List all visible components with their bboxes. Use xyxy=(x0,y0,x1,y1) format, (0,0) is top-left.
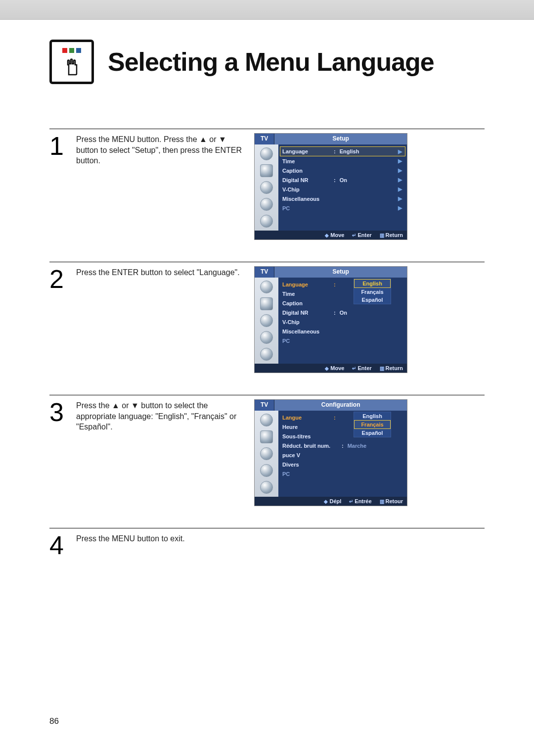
menu-row-pc[interactable]: PC ▶ xyxy=(280,203,405,213)
tv-footer: ◆Dépl ↵Entrée ▥Retour xyxy=(255,497,407,506)
step-text: Press the ENTER button to select "Langua… xyxy=(76,266,244,373)
menu-row-vchip[interactable]: V-Chip ▶ xyxy=(280,185,405,194)
tv-footer: ◆Move ↵Enter ▥Return xyxy=(255,231,407,239)
tv-sidebar xyxy=(255,144,278,231)
menu-row-vchip[interactable]: V-Chip xyxy=(280,317,405,327)
return-icon: ▥ xyxy=(380,499,384,504)
step-number: 2 xyxy=(49,266,66,373)
language-dropdown: English Français Español xyxy=(354,412,391,437)
menu-row-pc[interactable]: PC xyxy=(280,469,405,478)
step-3: 3 Press the ▲ or ▼ button to select the … xyxy=(49,385,485,518)
return-icon: ▥ xyxy=(380,366,384,371)
chevron-right-icon: ▶ xyxy=(398,205,403,211)
menu-row-digital-nr[interactable]: Digital NR : On ▶ xyxy=(280,175,405,185)
enter-icon: ↵ xyxy=(349,499,353,504)
tv-tab: TV xyxy=(255,400,274,411)
tv-tab: TV xyxy=(255,267,274,278)
tv-footer: ◆Move ↵Enter ▥Return xyxy=(255,364,407,373)
lang-option-english[interactable]: English xyxy=(354,412,391,420)
tv-sidebar xyxy=(255,411,278,497)
tv-tab: TV xyxy=(255,134,274,144)
return-icon: ▥ xyxy=(380,233,384,238)
step-number: 4 xyxy=(49,532,66,563)
chevron-right-icon: ▶ xyxy=(398,195,403,202)
updown-icon: ◆ xyxy=(325,233,329,238)
lang-option-espanol[interactable]: Español xyxy=(354,429,391,437)
lang-option-espanol[interactable]: Español xyxy=(354,296,391,304)
sidebar-icon xyxy=(260,348,273,361)
sidebar-icon xyxy=(260,314,273,327)
sidebar-icon xyxy=(260,198,273,211)
lang-option-francais[interactable]: Français xyxy=(354,288,391,296)
chevron-right-icon: ▶ xyxy=(398,177,403,183)
tv-menu-title: Setup xyxy=(274,267,407,278)
title-row: Selecting a Menu Language xyxy=(49,40,485,84)
step-text: Press the ▲ or ▼ button to select the ap… xyxy=(76,399,244,506)
sidebar-icon xyxy=(260,414,273,426)
sidebar-icon xyxy=(260,147,273,160)
chevron-right-icon: ▶ xyxy=(398,148,403,155)
menu-row-divers[interactable]: Divers xyxy=(280,460,405,469)
page-top-texture xyxy=(0,0,534,20)
sidebar-icon xyxy=(260,481,273,494)
menu-row-misc[interactable]: Miscellaneous ▶ xyxy=(280,194,405,203)
menu-row-language[interactable]: Language : English ▶ xyxy=(280,146,405,156)
menu-row-caption[interactable]: Caption ▶ xyxy=(280,166,405,175)
step-text: Press the MENU button. Press the ▲ or ▼ … xyxy=(76,133,244,240)
sidebar-icon xyxy=(260,430,273,443)
step-1: 1 Press the MENU button. Press the ▲ or … xyxy=(49,119,485,252)
menu-row-digital-nr[interactable]: Digital NR : On xyxy=(280,308,405,317)
section-icon xyxy=(49,40,94,84)
chevron-right-icon: ▶ xyxy=(398,186,403,192)
step-number: 1 xyxy=(49,133,66,240)
updown-icon: ◆ xyxy=(324,499,328,504)
menu-row-puce-v[interactable]: puce V xyxy=(280,450,405,460)
tv-sidebar xyxy=(255,278,278,364)
tv-menu-configuration: TV Configuration xyxy=(254,399,407,506)
enter-icon: ↵ xyxy=(352,366,356,371)
tv-menu-setup-1: TV Setup xyxy=(254,133,407,240)
menu-row-misc[interactable]: Miscellaneous xyxy=(280,327,405,336)
sidebar-icon xyxy=(260,215,273,228)
step-4: 4 Press the MENU button to exit. xyxy=(49,518,485,574)
sidebar-icon xyxy=(260,331,273,344)
step-2: 2 Press the ENTER button to select "Lang… xyxy=(49,252,485,385)
sidebar-icon xyxy=(260,164,273,177)
sidebar-icon xyxy=(260,297,273,310)
chevron-right-icon: ▶ xyxy=(398,167,403,174)
language-dropdown: English Français Español xyxy=(354,279,391,304)
enter-icon: ↵ xyxy=(352,233,356,238)
menu-row-pc[interactable]: PC xyxy=(280,336,405,345)
sidebar-icon xyxy=(260,464,273,477)
step-text: Press the MENU button to exit. xyxy=(76,532,244,563)
tv-menu-title: Configuration xyxy=(274,400,407,411)
sidebar-icon xyxy=(260,447,273,460)
page-title: Selecting a Menu Language xyxy=(108,47,434,77)
sidebar-icon xyxy=(260,281,273,293)
page-number: 86 xyxy=(49,716,59,726)
step-number: 3 xyxy=(49,399,66,506)
hand-icon xyxy=(62,56,82,76)
menu-row-reduct-bruit[interactable]: Réduct. bruit num. : Marche xyxy=(280,441,405,450)
updown-icon: ◆ xyxy=(325,366,329,371)
lang-option-francais[interactable]: Français xyxy=(354,420,391,429)
tv-menu-setup-2: TV Setup xyxy=(254,266,407,373)
tv-menu-title: Setup xyxy=(274,134,407,144)
lang-option-english[interactable]: English xyxy=(354,279,391,288)
sidebar-icon xyxy=(260,181,273,194)
menu-row-time[interactable]: Time ▶ xyxy=(280,156,405,166)
chevron-right-icon: ▶ xyxy=(398,158,403,164)
